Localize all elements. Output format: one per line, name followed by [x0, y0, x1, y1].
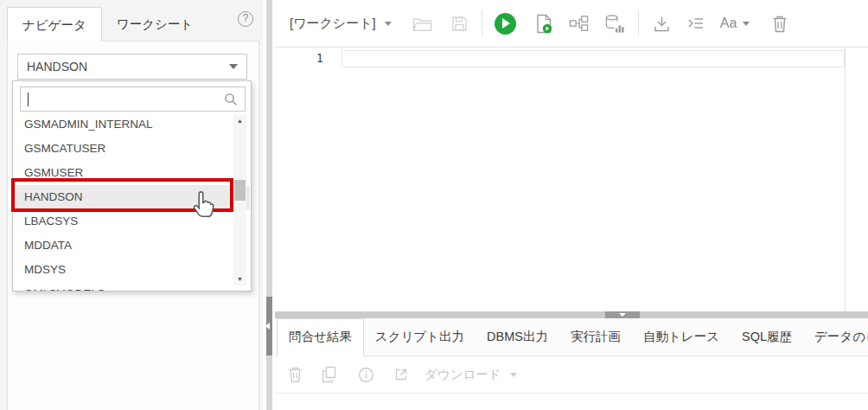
- chevron-down-icon[interactable]: [510, 373, 517, 377]
- list-item[interactable]: MDDATA: [14, 234, 250, 258]
- tab-worksheet[interactable]: ワークシート: [102, 7, 207, 42]
- run-script-button[interactable]: [535, 14, 553, 34]
- list-item[interactable]: OML$MODELS: [14, 282, 250, 291]
- tab-autotrace[interactable]: 自動トレース: [632, 318, 731, 356]
- scroll-up-icon[interactable]: ▲: [233, 114, 246, 127]
- tab-explain-plan[interactable]: 実行計画: [559, 318, 632, 356]
- collapse-down-icon: [619, 313, 626, 317]
- open-worksheet-button[interactable]: [412, 16, 432, 32]
- open-external-button[interactable]: [393, 367, 409, 382]
- font-size-button[interactable]: Aa: [720, 16, 737, 31]
- vertical-splitter-handle[interactable]: [266, 297, 272, 356]
- download-editor-button[interactable]: [653, 15, 671, 33]
- chevron-down-icon: [229, 64, 238, 69]
- dropdown-scrollbar[interactable]: ▲ ▼: [233, 114, 246, 285]
- copy-result-button[interactable]: [322, 366, 337, 383]
- worksheet-panel: [ワークシート]: [275, 0, 868, 410]
- schema-select[interactable]: HANDSON: [17, 54, 247, 80]
- horizontal-splitter-handle[interactable]: [605, 311, 640, 318]
- tab-sql-history[interactable]: SQL履歴: [731, 318, 803, 356]
- toolbar-divider: [638, 10, 639, 36]
- results-toolbar: ダウンロード: [275, 356, 868, 394]
- search-icon: [224, 93, 238, 106]
- worksheet-title[interactable]: [ワークシート]: [290, 16, 376, 32]
- delete-result-button[interactable]: [288, 366, 303, 383]
- tab-navigator[interactable]: ナビゲータ: [7, 7, 102, 42]
- line-number: 1: [275, 51, 323, 65]
- schema-select-value: HANDSON: [27, 60, 87, 74]
- download-button[interactable]: ダウンロード: [424, 367, 501, 383]
- save-button[interactable]: [451, 16, 468, 32]
- left-tab-bar: ナビゲータ ワークシート: [7, 7, 207, 42]
- schema-search-field[interactable]: [20, 86, 246, 112]
- toolbar-divider: [482, 10, 482, 36]
- autotrace-button[interactable]: [604, 14, 624, 33]
- tab-data-load[interactable]: データのロード: [803, 318, 868, 356]
- chevron-down-icon[interactable]: [385, 22, 392, 26]
- collapse-left-icon: [265, 323, 270, 330]
- list-item[interactable]: MDSYS: [14, 258, 250, 282]
- help-icon[interactable]: ?: [238, 11, 253, 27]
- current-line-highlight[interactable]: [341, 50, 845, 67]
- scroll-down-icon[interactable]: ▼: [233, 272, 246, 285]
- tab-dbms-output[interactable]: DBMS出力: [475, 318, 559, 356]
- vertical-splitter: [263, 0, 275, 410]
- tab-script-output[interactable]: スクリプト出力: [364, 318, 475, 356]
- navigator-panel: ナビゲータ ワークシート ? HANDSON GSMADMIN_INTERNAL…: [0, 0, 263, 410]
- worksheet-toolbar: [ワークシート]: [275, 0, 868, 48]
- tab-query-result[interactable]: 問合せ結果: [277, 318, 364, 356]
- run-statement-button[interactable]: [495, 13, 516, 35]
- horizontal-splitter[interactable]: [275, 311, 868, 318]
- sql-editor[interactable]: 1: [275, 48, 868, 311]
- scrollbar-thumb[interactable]: [234, 180, 246, 201]
- hand-pointer-cursor-icon: [188, 189, 220, 223]
- chevron-down-icon[interactable]: [743, 22, 750, 26]
- format-button[interactable]: [686, 16, 705, 32]
- clear-editor-button[interactable]: [772, 15, 788, 33]
- explain-plan-button[interactable]: [569, 15, 589, 32]
- text-cursor: [28, 93, 29, 106]
- play-icon: [502, 18, 510, 29]
- info-icon[interactable]: [358, 367, 374, 383]
- sql-worksheet-screen: ナビゲータ ワークシート ? HANDSON GSMADMIN_INTERNAL…: [0, 0, 868, 410]
- list-item[interactable]: GSMADMIN_INTERNAL: [14, 112, 250, 137]
- editor-right-rule: [845, 48, 846, 311]
- list-item[interactable]: GSMCATUSER: [14, 137, 250, 161]
- results-tab-bar: 問合せ結果 スクリプト出力 DBMS出力 実行計画 自動トレース SQL履歴 デ…: [275, 318, 868, 356]
